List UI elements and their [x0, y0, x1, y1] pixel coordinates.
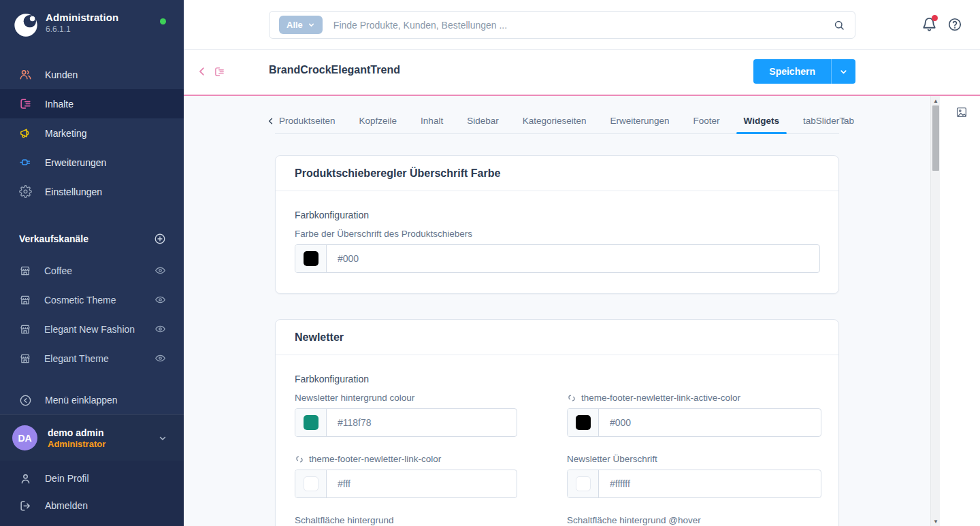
section-label: Farbkonfiguration — [295, 374, 820, 384]
eye-icon[interactable] — [154, 294, 166, 306]
card-stack: Produktschieberegler Überschrift FarbeFa… — [275, 155, 839, 526]
collapse-menu-button[interactable]: Menü einklappen — [0, 386, 184, 414]
topbar-icons — [921, 16, 962, 32]
sidebar-item-kunden[interactable]: Kunden — [0, 60, 184, 89]
color-swatch — [576, 476, 591, 491]
sales-channel-cosmetic-theme[interactable]: Cosmetic Theme — [0, 285, 184, 314]
field-label: theme-footer-newletter-link-active-color — [567, 393, 821, 403]
field-label: Schaltfläche hintergrund — [295, 515, 517, 525]
color-value-input[interactable] — [327, 470, 517, 497]
admin-app: Administration 6.6.1.1 KundenInhalteMark… — [0, 0, 980, 526]
color-swatch-button[interactable] — [295, 245, 327, 272]
sales-channels-header: Verkaufskanäle — [0, 232, 184, 246]
scrollbar-thumb[interactable] — [932, 105, 939, 171]
back-button[interactable] — [196, 65, 208, 78]
collapse-menu-label: Menü einklappen — [45, 395, 118, 406]
users-icon — [19, 68, 32, 81]
sidebar-item-marketing[interactable]: Marketing — [0, 118, 184, 148]
sidebar-item-inhalte[interactable]: Inhalte — [0, 89, 184, 118]
color-value-input[interactable] — [599, 470, 821, 497]
card-header: Newletter — [276, 320, 838, 355]
profile-menu-item[interactable]: Dein Profil — [0, 465, 184, 492]
tab-erweiterungen[interactable]: Erweiterungen — [609, 110, 671, 133]
field-label: theme-footer-newletter-link-color — [295, 454, 517, 464]
save-button[interactable]: Speichern — [753, 59, 831, 84]
save-split-button: Speichern — [753, 59, 855, 84]
tabs-scroll-left-button[interactable] — [266, 116, 276, 127]
field-label-text: Farbe der Überschrift des Produktschiebe… — [295, 229, 472, 239]
save-options-button[interactable] — [831, 59, 855, 84]
search-scope-label: Alle — [287, 20, 303, 30]
tab-sidebar[interactable]: Sidebar — [466, 110, 500, 133]
user-meta: demo admin Administrator — [48, 427, 148, 449]
notifications-button[interactable] — [921, 16, 937, 32]
color-swatch — [304, 251, 318, 266]
tab-kategorieseiten[interactable]: Kategorieseiten — [521, 110, 588, 133]
scroll-down-arrow[interactable]: ▼ — [931, 516, 941, 526]
right-strip — [940, 96, 980, 526]
vertical-scrollbar[interactable]: ▲ ▼ — [930, 96, 940, 526]
logo-row: Administration 6.6.1.1 — [0, 0, 184, 45]
field-label-text: theme-footer-newletter-link-active-color — [581, 393, 740, 403]
eye-icon[interactable] — [154, 265, 166, 276]
app-version: 6.6.1.1 — [46, 24, 118, 34]
plug-icon — [19, 156, 32, 169]
topbar: Alle — [184, 0, 980, 50]
tab-footer[interactable]: Footer — [692, 110, 721, 133]
unlink-icon[interactable] — [295, 455, 304, 464]
main-menu: KundenInhalteMarketingErweiterungenEinst… — [0, 60, 184, 206]
storefront-icon — [19, 352, 31, 365]
color-swatch-button[interactable] — [295, 470, 327, 497]
chevron-down-icon — [308, 21, 315, 29]
user-submenu: Dein Profil Abmelden — [0, 461, 184, 526]
color-field-newsletter-berschrift: Newsletter Überschrift — [567, 454, 821, 498]
smartbar: BrandCrockElegantTrend Speichern — [184, 50, 980, 96]
sidebar-item-erweiterungen[interactable]: Erweiterungen — [0, 148, 184, 177]
user-menu[interactable]: DA demo admin Administrator — [0, 414, 184, 461]
unlink-icon[interactable] — [567, 393, 576, 403]
sales-channel-label: Elegant Theme — [44, 353, 142, 364]
add-sales-channel-button[interactable] — [154, 233, 166, 245]
field-label-text: theme-footer-newletter-link-color — [309, 454, 441, 464]
sidebar-item-label: Erweiterungen — [45, 157, 106, 168]
tabs-row: ProduktseitenKopfzeileInhaltSidebarKateg… — [275, 110, 839, 134]
color-value-input[interactable] — [327, 409, 517, 436]
global-search-input[interactable] — [333, 20, 833, 31]
color-swatch-button[interactable] — [568, 470, 599, 497]
color-input — [567, 408, 821, 437]
eye-icon[interactable] — [154, 352, 166, 364]
sidebar: Administration 6.6.1.1 KundenInhalteMark… — [0, 0, 184, 526]
color-field-theme-footer-newletter-link-color: theme-footer-newletter-link-color — [295, 454, 517, 498]
tabs-scroll-right-button[interactable] — [839, 116, 849, 127]
color-input — [295, 408, 517, 437]
color-swatch-button[interactable] — [295, 409, 327, 436]
content-area: ProduktseitenKopfzeileInhaltSidebarKateg… — [184, 96, 930, 526]
color-swatch-button[interactable] — [568, 409, 599, 436]
sales-channel-elegant-theme[interactable]: Elegant Theme — [0, 344, 184, 373]
color-field-theme-footer-newletter-link-active-color: theme-footer-newletter-link-active-color — [567, 393, 821, 437]
sales-channel-elegant-new-fashion[interactable]: Elegant New Fashion — [0, 314, 184, 344]
search-scope-chip[interactable]: Alle — [279, 16, 323, 34]
sidebar-item-einstellungen[interactable]: Einstellungen — [0, 177, 184, 206]
sidebar-item-label: Inhalte — [45, 99, 74, 110]
search-icon[interactable] — [833, 19, 845, 31]
color-value-input[interactable] — [327, 245, 819, 272]
notification-badge — [932, 15, 938, 21]
profile-label: Dein Profil — [45, 473, 89, 484]
tab-produktseiten[interactable]: Produktseiten — [278, 110, 337, 133]
color-swatch — [576, 415, 591, 430]
tab-kopfzeile[interactable]: Kopfzeile — [358, 110, 399, 133]
eye-icon[interactable] — [154, 323, 166, 335]
logout-icon — [19, 499, 32, 512]
global-search[interactable]: Alle — [269, 11, 855, 39]
sales-channel-label: Coffee — [44, 265, 142, 276]
color-value-input[interactable] — [599, 409, 821, 436]
help-button[interactable] — [947, 17, 962, 32]
card-title: Produktschieberegler Überschrift Farbe — [295, 167, 819, 180]
tab-inhalt[interactable]: Inhalt — [419, 110, 444, 133]
sales-channel-coffee[interactable]: Coffee — [0, 256, 184, 285]
tab-widgets[interactable]: Widgets — [742, 110, 781, 133]
color-input — [295, 244, 820, 273]
logout-menu-item[interactable]: Abmelden — [0, 492, 184, 519]
scroll-up-arrow[interactable]: ▲ — [931, 96, 941, 105]
